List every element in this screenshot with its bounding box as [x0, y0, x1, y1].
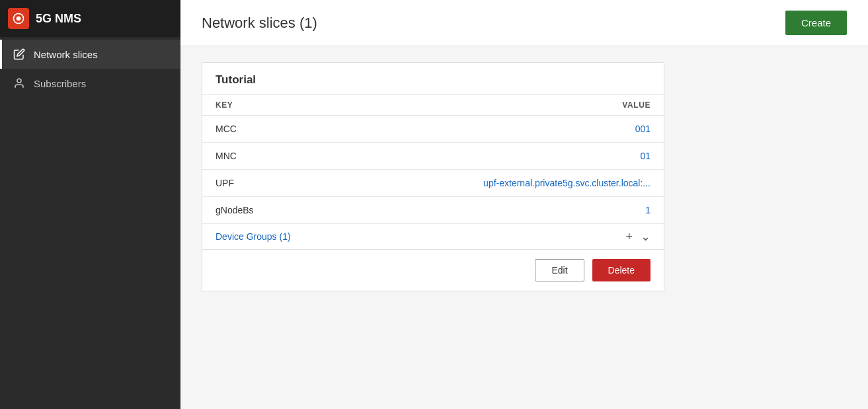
gnodebs-key: gNodeBs [202, 197, 317, 224]
table-row: MNC 01 [202, 143, 664, 170]
upf-key: UPF [202, 170, 317, 197]
sidebar-header: 5G NMS [0, 0, 180, 37]
main-body: Tutorial KEY VALUE MCC 001 MNC 01 [180, 46, 868, 307]
device-groups-row: Device Groups (1) + ⌄ [202, 224, 664, 250]
device-groups-label[interactable]: Device Groups (1) [216, 231, 291, 242]
mcc-value: 001 [317, 116, 664, 143]
logo-icon [8, 8, 29, 29]
svg-point-1 [17, 17, 21, 21]
key-column-header: KEY [202, 95, 317, 116]
upf-value: upf-external.private5g.svc.cluster.local… [317, 170, 664, 197]
table-row: MCC 001 [202, 116, 664, 143]
sidebar: 5G NMS Network slices Subscribers [0, 0, 180, 409]
main-header: Network slices (1) Create [180, 0, 868, 46]
app-title: 5G NMS [36, 12, 81, 26]
mnc-value: 01 [317, 143, 664, 170]
device-groups-cell: Device Groups (1) + ⌄ [202, 224, 664, 250]
sidebar-item-label-network-slices: Network slices [34, 49, 98, 60]
create-button[interactable]: Create [785, 11, 847, 35]
sidebar-item-label-subscribers: Subscribers [34, 78, 86, 89]
sidebar-nav: Network slices Subscribers [0, 40, 180, 98]
edit-icon [13, 48, 26, 61]
gnodebs-value: 1 [317, 197, 664, 224]
chevron-down-icon[interactable]: ⌄ [641, 231, 651, 242]
table-row: gNodeBs 1 [202, 197, 664, 224]
network-slice-card: Tutorial KEY VALUE MCC 001 MNC 01 [202, 62, 664, 291]
page-title: Network slices (1) [202, 15, 317, 32]
delete-button[interactable]: Delete [592, 259, 651, 281]
main-content: Network slices (1) Create Tutorial KEY V… [180, 0, 868, 409]
mcc-key: MCC [202, 116, 317, 143]
value-column-header: VALUE [317, 95, 664, 116]
person-icon [13, 77, 26, 90]
device-groups-actions: + ⌄ [625, 231, 651, 242]
table-row: UPF upf-external.private5g.svc.cluster.l… [202, 170, 664, 197]
svg-point-2 [17, 79, 21, 83]
card-footer: Edit Delete [202, 249, 664, 291]
add-device-group-icon[interactable]: + [625, 231, 633, 242]
mnc-key: MNC [202, 143, 317, 170]
card-title: Tutorial [202, 63, 664, 94]
slice-table: KEY VALUE MCC 001 MNC 01 UPF upf [202, 94, 664, 249]
sidebar-item-network-slices[interactable]: Network slices [0, 40, 180, 69]
sidebar-item-subscribers[interactable]: Subscribers [0, 69, 180, 98]
edit-button[interactable]: Edit [535, 259, 584, 281]
